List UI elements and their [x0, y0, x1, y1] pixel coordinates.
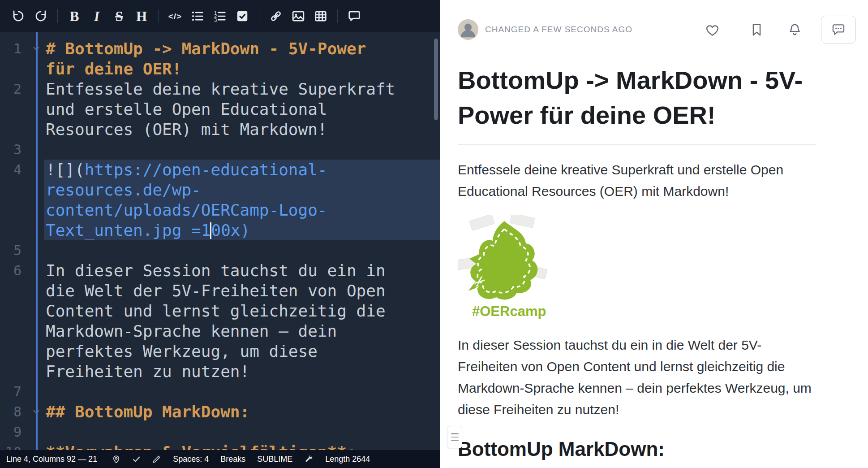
heading-icon: H: [136, 9, 147, 23]
doc-title: BottomUp -> MarkDown - 5V-Power für dein…: [458, 63, 816, 145]
toolbar-separator: [57, 9, 58, 23]
check-icon[interactable]: [132, 455, 141, 464]
undo-icon: [12, 9, 25, 23]
comment-button[interactable]: [343, 4, 365, 28]
line-number: 2: [0, 79, 29, 139]
spaces-setting[interactable]: Spaces: 4: [173, 455, 209, 464]
last-changed-label: CHANGED A FEW SECONDS AGO: [485, 25, 632, 35]
line-number: 9: [0, 422, 29, 442]
cursor-position-status: Line 4, Columns 92 — 21: [6, 455, 97, 464]
image-button[interactable]: [287, 4, 309, 28]
preview-actions: [705, 16, 856, 43]
editor-lines: 1# BottomUp -> MarkDown - 5V-Power für d…: [0, 39, 440, 450]
editor-line-text[interactable]: **Verwahren & Vervielfältigen**:: [44, 442, 440, 450]
numbered-list-icon: 123: [213, 9, 227, 23]
brush-icon[interactable]: [152, 455, 161, 464]
code-icon: </>: [168, 12, 182, 21]
oercamp-logo-image: ✂ #OERcamp: [458, 215, 816, 320]
table-icon: [314, 9, 327, 23]
line-number: 6: [0, 260, 29, 381]
image-icon: [292, 9, 305, 23]
editor-line-8[interactable]: 8## BottomUp MarkDown:: [0, 402, 440, 422]
doc-subtitle: BottomUp MarkDown:: [458, 437, 816, 468]
toolbar-separator: [337, 9, 338, 23]
editor-toolbar: BISH</>123: [0, 0, 440, 32]
bookmark-icon[interactable]: [749, 22, 764, 37]
code-button[interactable]: </>: [164, 4, 186, 28]
editor-line-9[interactable]: 9: [0, 422, 440, 442]
app-window: BISH</>123 1# BottomUp -> MarkDown - 5V-…: [0, 0, 868, 468]
editor-body[interactable]: 1# BottomUp -> MarkDown - 5V-Power für d…: [0, 32, 440, 450]
check-list-icon: [236, 9, 249, 23]
oercamp-flame-icon: ✂ #OERcamp: [458, 215, 547, 320]
svg-text:3: 3: [214, 17, 217, 23]
doc-length-status: Length 2644: [325, 455, 370, 464]
italic-icon: I: [94, 9, 99, 23]
doc-paragraph-2: In dieser Session tauchst du ein in die …: [458, 334, 816, 420]
line-number: 3: [0, 139, 29, 160]
logo-text: #OERcamp: [472, 303, 546, 319]
redo-icon: [34, 9, 47, 23]
editor-scrollbar[interactable]: [434, 39, 438, 120]
doc-paragraph-1: Entfessele deine kreative Superkraft und…: [458, 159, 816, 202]
bell-icon[interactable]: [787, 22, 802, 37]
line-number: 7: [0, 381, 29, 402]
editor-line-text[interactable]: [44, 139, 440, 160]
line-number: 5: [0, 240, 29, 260]
markdown-editor-pane: BISH</>123 1# BottomUp -> MarkDown - 5V-…: [0, 0, 440, 468]
check-list-button[interactable]: [231, 4, 254, 28]
undo-button[interactable]: [7, 4, 30, 28]
bullet-list-icon: [191, 9, 204, 23]
editor-statusbar: Line 4, Columns 92 — 21 Spaces: 4 Breaks…: [0, 450, 440, 468]
editor-line-5[interactable]: 5: [0, 240, 440, 260]
editor-line-4[interactable]: 4![](https://open-educational-resources.…: [0, 160, 440, 240]
editor-line-2[interactable]: 2Entfessele deine kreative Superkraft un…: [0, 79, 440, 139]
wrench-icon[interactable]: [304, 455, 314, 464]
editor-line-text[interactable]: ![](https://open-educational-resources.d…: [44, 160, 440, 240]
editor-line-text[interactable]: In dieser Session tauchst du ein in die …: [44, 260, 440, 381]
redo-button[interactable]: [30, 4, 52, 28]
line-number: 10: [0, 442, 29, 450]
strikethrough-icon: S: [115, 9, 123, 23]
preview-header: CHANGED A FEW SECONDS AGO: [458, 15, 868, 44]
table-button[interactable]: [309, 4, 332, 28]
editor-line-text[interactable]: [44, 422, 440, 442]
strikethrough-button[interactable]: S: [108, 4, 130, 28]
avatar[interactable]: [458, 19, 478, 40]
editor-line-text[interactable]: [44, 240, 440, 260]
italic-button[interactable]: I: [86, 4, 108, 28]
line-number: 8: [0, 402, 29, 422]
line-number: 4: [0, 160, 29, 240]
keymap-setting[interactable]: SUBLIME: [257, 455, 292, 464]
editor-line-7[interactable]: 7: [0, 381, 440, 402]
bold-icon: B: [70, 9, 79, 23]
line-number: 1: [0, 39, 29, 79]
editor-line-text[interactable]: ## BottomUp MarkDown:: [44, 402, 440, 422]
editor-line-10[interactable]: 10**Verwahren & Vervielfältigen**:: [0, 442, 440, 450]
editor-line-3[interactable]: 3: [0, 139, 440, 160]
gutter-divider: [36, 32, 38, 450]
link-icon: [269, 9, 283, 23]
preview-pane: CHANGED A FEW SECONDS AGO BottomUp -> Ma…: [440, 0, 868, 468]
split-drag-handle[interactable]: [447, 426, 462, 448]
toolbar-separator: [259, 9, 259, 23]
comment-icon: [348, 9, 361, 23]
bold-button[interactable]: B: [63, 4, 86, 28]
editor-line-6[interactable]: 6In dieser Session tauchst du ein in die…: [0, 260, 440, 381]
numbered-list-button[interactable]: 123: [209, 4, 231, 28]
toolbar-separator: [158, 9, 159, 23]
comment-bubble-icon: [831, 22, 846, 37]
rendered-document: BottomUp -> MarkDown - 5V-Power für dein…: [458, 63, 816, 468]
location-pin-icon[interactable]: [112, 455, 121, 464]
editor-line-text[interactable]: Entfessele deine kreative Superkraft und…: [44, 79, 440, 139]
heading-button[interactable]: H: [130, 4, 153, 28]
comments-button[interactable]: [821, 16, 856, 43]
linebreaks-setting[interactable]: Breaks: [220, 455, 245, 464]
heart-icon[interactable]: [705, 22, 720, 37]
bullet-list-button[interactable]: [186, 4, 209, 28]
editor-line-1[interactable]: 1# BottomUp -> MarkDown - 5V-Power für d…: [0, 39, 440, 79]
link-button[interactable]: [265, 4, 287, 28]
status-icon-group: [112, 455, 161, 464]
editor-line-text[interactable]: [44, 381, 440, 402]
editor-line-text[interactable]: # BottomUp -> MarkDown - 5V-Power für de…: [44, 39, 440, 79]
